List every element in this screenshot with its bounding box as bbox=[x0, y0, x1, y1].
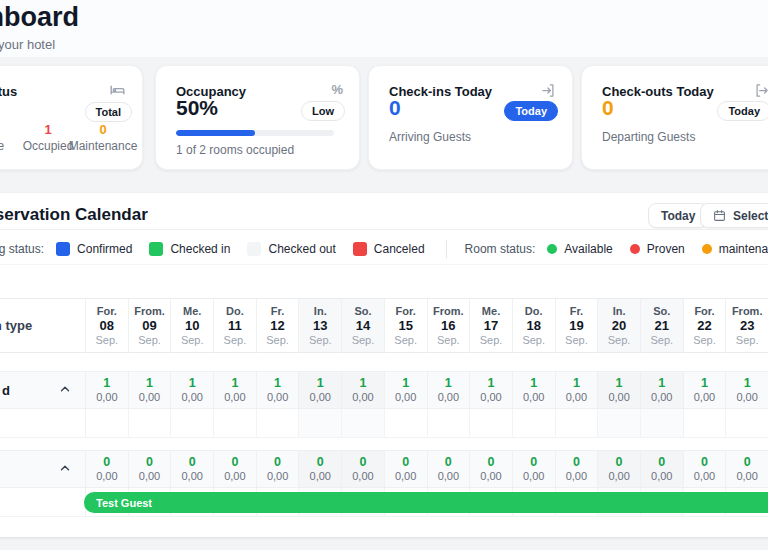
room-status-title: Room Status bbox=[0, 84, 17, 99]
swatch-legend-canceled bbox=[353, 242, 367, 256]
legend-checked-in: Checked in bbox=[149, 242, 230, 256]
room-row-label-cell bbox=[0, 488, 86, 517]
availability-cell: 10,00 bbox=[726, 371, 768, 409]
booking-bar[interactable]: Test Guest bbox=[84, 492, 768, 513]
date-header-09: From.09Sep. bbox=[129, 298, 172, 353]
calendar-grid: Room typeFor.08Sep.From.09Sep.Me.10Sep.D… bbox=[0, 298, 768, 517]
availability-cell: 10,00 bbox=[641, 371, 684, 409]
header-divider bbox=[0, 229, 768, 230]
checkins-caption: Arriving Guests bbox=[389, 130, 471, 144]
date-header-22: For.22Sep. bbox=[684, 298, 727, 353]
calendar-day-cell[interactable] bbox=[428, 409, 471, 438]
calendar-day-cell[interactable] bbox=[257, 409, 300, 438]
legend-maintenance: maintenance bbox=[702, 242, 768, 256]
room-group-header: d bbox=[0, 371, 86, 409]
room-type-header: Room type bbox=[0, 298, 86, 353]
room-group-header bbox=[0, 450, 86, 488]
availability-cell: 10,00 bbox=[428, 371, 471, 409]
swatch-legend-checked-out bbox=[247, 242, 261, 256]
calendar-day-cell[interactable] bbox=[726, 409, 768, 438]
date-header-13: In.13Sep. bbox=[299, 298, 342, 353]
availability-cell: 10,00 bbox=[385, 371, 428, 409]
checkouts-card: Check-outs Today 0 Today Departing Guest… bbox=[581, 65, 768, 170]
availability-cell: 00,00 bbox=[428, 450, 471, 488]
date-header-17: Me.17Sep. bbox=[470, 298, 513, 353]
collapse-chevron-icon[interactable] bbox=[58, 461, 74, 477]
legend-proven: Proven bbox=[630, 242, 685, 256]
legend-available: Available bbox=[547, 242, 612, 256]
calendar-day-cell[interactable] bbox=[342, 409, 385, 438]
select-date-button[interactable]: Select date bbox=[700, 203, 768, 228]
occupancy-value: 50% bbox=[176, 96, 218, 120]
calendar-day-cell[interactable] bbox=[598, 409, 641, 438]
availability-cell: 10,00 bbox=[129, 371, 172, 409]
percent-icon: % bbox=[331, 83, 343, 96]
date-header-18: Do.18Sep. bbox=[513, 298, 556, 353]
availability-cell: 10,00 bbox=[214, 371, 257, 409]
calendar-day-cell[interactable] bbox=[171, 409, 214, 438]
availability-cell: 00,00 bbox=[385, 450, 428, 488]
page-header: Dashboard your hotel bbox=[0, 0, 768, 57]
calendar-day-cell[interactable] bbox=[385, 409, 428, 438]
dot-legend-proven bbox=[630, 244, 640, 254]
availability-cell: 00,00 bbox=[513, 450, 556, 488]
calendar-day-cell[interactable] bbox=[556, 409, 599, 438]
page-subtitle: your hotel bbox=[0, 37, 55, 52]
calendar-day-cell[interactable] bbox=[684, 409, 727, 438]
login-icon bbox=[541, 83, 556, 98]
calendar-day-cell[interactable] bbox=[129, 409, 172, 438]
availability-cell: 00,00 bbox=[86, 450, 129, 488]
availability-cell: 10,00 bbox=[684, 371, 727, 409]
availability-cell: 10,00 bbox=[342, 371, 385, 409]
availability-cell: 00,00 bbox=[342, 450, 385, 488]
legend-divider bbox=[0, 264, 768, 265]
page-title: Dashboard bbox=[0, 2, 79, 33]
booking-status-label: Booking status: bbox=[0, 242, 44, 256]
calendar-legend: Booking status:ConfirmedChecked inChecke… bbox=[0, 240, 768, 258]
occupancy-caption: 1 of 2 rooms occupied bbox=[176, 143, 294, 157]
swatch-legend-confirmed bbox=[56, 242, 70, 256]
occupancy-card: Occupancy % 50% Low 1 of 2 rooms occupie… bbox=[155, 65, 360, 170]
calendar-day-cell[interactable] bbox=[214, 409, 257, 438]
room-status-card: Room Status Total Available 1 Occupied 0… bbox=[0, 65, 143, 170]
availability-cell: 10,00 bbox=[556, 371, 599, 409]
date-header-21: So.21Sep. bbox=[641, 298, 684, 353]
swatch-legend-checked-in bbox=[149, 242, 163, 256]
legend-checked-out: Checked out bbox=[247, 242, 335, 256]
calendar-icon bbox=[713, 209, 726, 222]
calendar-day-cell[interactable] bbox=[86, 409, 129, 438]
calendar-day-cell[interactable] bbox=[299, 409, 342, 438]
checkouts-value: 0 bbox=[602, 96, 614, 120]
availability-cell: 00,00 bbox=[684, 450, 727, 488]
date-header-20: In.20Sep. bbox=[598, 298, 641, 353]
date-header-08: For.08Sep. bbox=[86, 298, 129, 353]
date-header-10: Me.10Sep. bbox=[171, 298, 214, 353]
availability-cell: 00,00 bbox=[556, 450, 599, 488]
legend-confirmed: Confirmed bbox=[56, 242, 132, 256]
collapse-chevron-icon[interactable] bbox=[58, 382, 74, 398]
date-header-11: Do.11Sep. bbox=[214, 298, 257, 353]
availability-cell: 10,00 bbox=[513, 371, 556, 409]
checkouts-today-badge: Today bbox=[717, 101, 768, 121]
total-badge: Total bbox=[85, 102, 132, 122]
occupancy-level-badge: Low bbox=[301, 101, 345, 121]
checkouts-caption: Departing Guests bbox=[602, 130, 695, 144]
calendar-day-cell[interactable] bbox=[470, 409, 513, 438]
date-header-12: Fr.12Sep. bbox=[257, 298, 300, 353]
room-group-label: d bbox=[2, 383, 10, 398]
checkins-title: Check-ins Today bbox=[389, 84, 492, 99]
availability-cell: 00,00 bbox=[598, 450, 641, 488]
availability-cell: 00,00 bbox=[171, 450, 214, 488]
dashboard-screen: Dashboard your hotel Room Status Total A… bbox=[0, 0, 768, 550]
room-status-label: Room status: bbox=[465, 242, 536, 256]
date-header-23: From.23Sep. bbox=[726, 298, 768, 353]
row-spacer bbox=[0, 438, 768, 450]
calendar-day-cell[interactable] bbox=[513, 409, 556, 438]
calendar-day-cell[interactable] bbox=[641, 409, 684, 438]
logout-icon bbox=[754, 83, 768, 98]
availability-cell: 10,00 bbox=[257, 371, 300, 409]
availability-cell: 10,00 bbox=[171, 371, 214, 409]
availability-cell: 10,00 bbox=[86, 371, 129, 409]
checkins-today-badge: Today bbox=[504, 101, 558, 121]
legend-separator bbox=[446, 240, 447, 258]
